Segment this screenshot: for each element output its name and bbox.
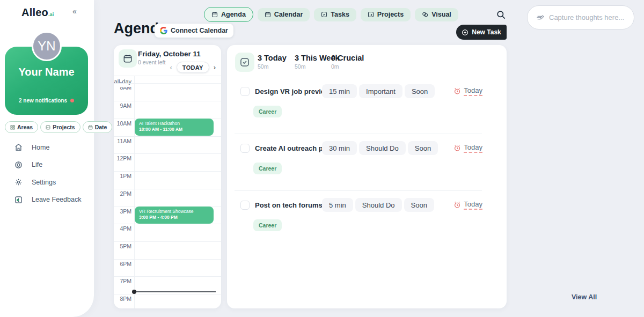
tab-agenda[interactable]: Agenda <box>204 7 253 22</box>
task-checkbox[interactable] <box>240 144 250 153</box>
alarm-icon <box>453 201 461 209</box>
sidebar-item-life[interactable]: Life <box>14 160 81 169</box>
tab-label: Projects <box>377 11 404 18</box>
user-name: Your Name <box>5 66 88 78</box>
notifications-label: 2 new notifications <box>19 98 67 104</box>
grid-line <box>114 259 221 260</box>
tab-projects[interactable]: Projects <box>361 8 411 21</box>
due-date[interactable]: Today <box>453 200 482 210</box>
quick-note-icon <box>536 14 545 21</box>
tab-visual[interactable]: Visual <box>415 8 458 21</box>
stat-duration: 50m <box>258 63 287 70</box>
capture-thoughts-box[interactable] <box>527 5 634 30</box>
urgency-pill[interactable]: Soon <box>408 141 438 155</box>
event-time: 3:00 PM - 4:00 PM <box>139 215 209 220</box>
new-task-label: New Task <box>472 28 501 36</box>
filter-projects[interactable]: Projects <box>40 121 80 133</box>
filter-label: Areas <box>17 124 33 130</box>
top-nav-tabs: Agenda Calendar Tasks Projects Visual <box>204 7 458 22</box>
due-label: Today <box>464 200 482 210</box>
current-time-line[interactable] <box>134 291 216 292</box>
chart-box-icon <box>46 125 50 130</box>
stat-label: 3 Today <box>258 54 287 62</box>
priority-pill[interactable]: Should Do <box>355 198 402 212</box>
task-checkbox[interactable] <box>240 201 250 210</box>
task-checkbox[interactable] <box>240 87 250 96</box>
view-all-link[interactable]: View All <box>572 293 597 301</box>
connect-calendar-button[interactable]: Connect Calendar <box>155 24 233 38</box>
sidebar-item-leave-feedback[interactable]: Leave Feedback <box>14 195 81 204</box>
calendar-icon <box>265 11 271 18</box>
grid-line <box>114 153 221 154</box>
time-column-divider <box>134 76 135 308</box>
due-label: Today <box>464 143 482 153</box>
alarm-icon <box>453 87 461 95</box>
priority-pill[interactable]: Important <box>359 84 402 98</box>
google-icon <box>160 27 167 34</box>
capture-thoughts-input[interactable] <box>549 13 625 21</box>
stat-today: 3 Today 50m <box>258 54 287 70</box>
tab-label: Agenda <box>221 11 246 18</box>
hour-label: 8AM <box>114 84 131 91</box>
search-icon[interactable] <box>496 10 507 20</box>
all-day-label: all-day <box>114 78 131 85</box>
target-icon <box>14 161 23 169</box>
new-task-button[interactable]: New Task <box>456 25 507 40</box>
task-title: Post on tech forums <box>255 201 323 209</box>
calendar-event[interactable]: AI Talent Hackathon 10:00 AM - 11:00 AM <box>135 119 214 136</box>
collapse-sidebar-icon[interactable]: « <box>72 7 77 16</box>
hour-label: 4PM <box>114 225 131 232</box>
filter-pills: Areas Projects Date <box>5 121 112 133</box>
hour-label: 6PM <box>114 261 131 267</box>
grid-line <box>114 241 221 242</box>
event-title: VR Recruitment Showcase <box>139 209 209 215</box>
grid-line <box>114 136 221 137</box>
filter-date[interactable]: Date <box>83 121 113 133</box>
alarm-icon <box>453 144 461 152</box>
prev-day-icon[interactable]: ‹ <box>170 62 172 73</box>
tab-label: Visual <box>431 11 451 18</box>
task-tag[interactable]: Career <box>253 106 282 117</box>
sidebar-item-home[interactable]: Home <box>14 143 81 152</box>
calendar-event[interactable]: VR Recruitment Showcase 3:00 PM - 4:00 P… <box>135 207 214 224</box>
duration-pill[interactable]: 5 min <box>322 198 353 212</box>
filter-label: Date <box>95 124 107 130</box>
notifications-row[interactable]: 2 new notifications <box>5 98 88 104</box>
priority-pill[interactable]: Should Do <box>359 141 406 155</box>
event-title: AI Talent Hackathon <box>139 121 209 127</box>
stat-crucial: 0 Crucial 0m <box>331 54 364 70</box>
hour-label: 2PM <box>114 190 131 197</box>
urgency-pill[interactable]: Soon <box>404 198 434 212</box>
due-date[interactable]: Today <box>453 86 482 96</box>
urgency-pill[interactable]: Soon <box>405 84 435 98</box>
due-date[interactable]: Today <box>453 143 482 153</box>
calendar-nav: ‹ TODAY › <box>170 62 216 73</box>
connect-calendar-label: Connect Calendar <box>171 27 228 34</box>
duration-pill[interactable]: 30 min <box>322 141 357 155</box>
task-pills: 15 min Important Soon <box>322 84 435 98</box>
calendar-icon <box>88 125 93 130</box>
tab-label: Tasks <box>331 11 349 18</box>
task-tag[interactable]: Career <box>253 163 282 174</box>
gear-icon <box>14 178 23 186</box>
task-row[interactable]: Design VR job preview 15 min Important S… <box>227 80 507 137</box>
today-button[interactable]: TODAY <box>177 62 209 73</box>
logo-text: Alleo <box>21 6 48 18</box>
duration-pill[interactable]: 15 min <box>322 84 357 98</box>
calendar-panel: Friday, October 11 0 event left ‹ TODAY … <box>114 45 221 308</box>
notification-dot <box>70 99 74 102</box>
next-day-icon[interactable]: › <box>214 62 216 73</box>
hour-label: 10AM <box>114 120 131 127</box>
tab-calendar[interactable]: Calendar <box>258 8 310 21</box>
avatar[interactable]: YN <box>32 31 62 61</box>
task-tag[interactable]: Career <box>253 219 282 231</box>
filter-areas[interactable]: Areas <box>5 121 38 133</box>
app-window: Alleo.ai « Your Name 2 new notifications… <box>0 0 644 317</box>
sidebar-item-label: Home <box>32 144 49 151</box>
tab-tasks[interactable]: Tasks <box>314 8 356 21</box>
calendar-time-grid[interactable]: all-day 8AM 9AM 10AM 11AM 12PM 1PM 2PM 3… <box>114 76 221 308</box>
sidebar-item-settings[interactable]: Settings <box>14 178 81 187</box>
task-row[interactable]: Post on tech forums 5 min Should Do Soon… <box>227 194 507 251</box>
task-row[interactable]: Create AI outreach plan 30 min Should Do… <box>227 137 507 194</box>
check-square-icon <box>239 57 250 68</box>
